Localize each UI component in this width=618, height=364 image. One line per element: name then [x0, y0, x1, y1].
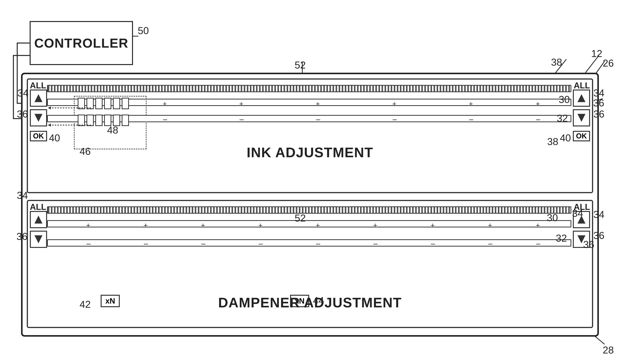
tick-minus-2: − — [163, 115, 168, 125]
svg-marker-18 — [34, 94, 42, 102]
ref-28: 28 — [603, 344, 614, 356]
tick-minus-3: − — [239, 115, 244, 125]
ref-34-ink-left: 34 — [17, 87, 28, 99]
ref-32-damp: 32 — [556, 232, 567, 244]
ref-36-damp-right: 36 — [593, 230, 605, 241]
damp-down-btn-left[interactable] — [30, 231, 47, 248]
damp-tick-plus-6: + — [373, 221, 377, 230]
controller-box: CONTROLLER — [30, 21, 133, 65]
svg-marker-23 — [34, 235, 42, 243]
ref-36-ink-right: 36 — [593, 108, 605, 120]
ref-40-left: 40 — [49, 132, 60, 144]
thumb-6[interactable] — [122, 98, 129, 109]
damp-tick-plus-4: + — [258, 221, 263, 230]
diagram: CONTROLLER 50 48 — [0, 0, 618, 364]
tick-plus-6: + — [469, 100, 473, 108]
svg-marker-20 — [578, 94, 585, 102]
damp-tick-plus-9: + — [536, 221, 540, 230]
tick-plus-7: + — [536, 100, 540, 108]
thumb-5[interactable] — [113, 98, 120, 109]
tick-minus-4: − — [316, 115, 321, 125]
tick-minus-7: − — [536, 115, 541, 125]
ref-40-right: 40 — [560, 132, 571, 144]
damp-tick-plus-1: + — [86, 221, 90, 230]
svg-marker-19 — [34, 114, 42, 122]
ref-26: 26 — [603, 57, 614, 69]
ref-38-ink-top: 38 — [551, 56, 562, 68]
ref-34-ink-right: 34 — [593, 87, 605, 99]
ref-36-ink-side: 36 — [593, 97, 604, 109]
damp-upper-track: + + + + + + + + + — [47, 220, 571, 227]
ref-42: 42 — [79, 299, 91, 310]
damp-tick-plus-3: + — [201, 221, 205, 230]
ink-down-btn-left[interactable] — [30, 109, 47, 126]
damp-tick-plus-8: + — [488, 221, 492, 230]
ink-all-label-right: ALL — [574, 81, 590, 90]
damp-lower-track: − − − − − − − − − — [47, 239, 571, 247]
tick-plus-2: + — [163, 100, 167, 108]
ink-panel-label: INK ADJUSTMENT — [247, 145, 373, 160]
thumb-4[interactable] — [104, 98, 111, 109]
ref-38-ink-mid: 38 — [547, 136, 558, 147]
svg-marker-22 — [34, 216, 42, 224]
damp-xn-btn-left[interactable]: xN — [101, 295, 120, 307]
tick-minus-5: − — [392, 115, 397, 125]
ref-30-damp: 30 — [547, 212, 558, 223]
thumb-lower-6[interactable] — [122, 115, 129, 126]
ref-36-ink-left: 36 — [17, 108, 28, 120]
ref-30-ink: 30 — [559, 94, 570, 105]
ref-50-line — [133, 35, 139, 37]
damp-tick-minus-7: − — [431, 239, 435, 249]
tick-minus-6: − — [469, 115, 474, 125]
damp-all-label-left: ALL — [30, 202, 46, 212]
damp-dotted-track — [47, 206, 571, 214]
ref-34-damp-right: 34 — [593, 209, 605, 220]
damp-tick-minus-2: − — [144, 239, 148, 249]
ref-12: 12 — [591, 48, 602, 59]
ref-52-ink: 52 — [295, 59, 306, 71]
dampener-panel-label: DAMPENER ADJUSTMENT — [218, 295, 402, 311]
ink-dotted-track — [47, 85, 571, 92]
ink-up-btn-right[interactable] — [573, 90, 590, 107]
damp-tick-minus-9: − — [536, 239, 541, 249]
ref-36-damp-ext: 36 — [583, 239, 594, 250]
ref-32-ink: 32 — [557, 113, 568, 124]
damp-tick-minus-1: − — [86, 239, 91, 249]
svg-marker-17 — [48, 124, 51, 127]
ink-ok-btn-left[interactable]: OK — [30, 131, 47, 141]
ink-all-label-left: ALL — [30, 81, 46, 90]
ink-panel: + + + + + + + − − − − − − − — [27, 78, 593, 193]
ink-down-btn-right[interactable] — [573, 109, 590, 126]
damp-tick-minus-6: − — [373, 239, 378, 249]
tick-plus-3: + — [239, 100, 243, 108]
ref-50: 50 — [138, 25, 149, 36]
ref-52-damp: 52 — [295, 212, 306, 224]
ink-ok-btn-right[interactable]: OK — [573, 131, 590, 141]
damp-tick-plus-7: + — [431, 221, 435, 230]
tick-plus-4: + — [316, 100, 320, 108]
controller-label: CONTROLLER — [34, 36, 128, 51]
tick-plus-5: + — [392, 100, 396, 108]
ref-34-damp-ext: 34 — [572, 208, 583, 219]
damp-tick-minus-4: − — [258, 239, 263, 249]
ref-36-damp-left: 36 — [16, 231, 27, 242]
ref-46: 46 — [79, 145, 91, 157]
ref-48-arrow: 48 — [107, 124, 118, 136]
dampener-panel: + + + + + + + + + − − − − − − − − − ALL … — [27, 200, 593, 328]
ref-34-damp-left: 34 — [17, 190, 28, 201]
svg-marker-15 — [48, 106, 51, 109]
damp-tick-minus-5: − — [316, 239, 321, 249]
damp-tick-plus-5: + — [316, 221, 320, 230]
svg-marker-21 — [578, 114, 585, 122]
ink-arrow-48 — [47, 99, 97, 135]
ink-up-btn-left[interactable] — [30, 90, 47, 107]
damp-tick-minus-8: − — [488, 239, 493, 249]
damp-tick-plus-2: + — [144, 221, 148, 230]
damp-tick-minus-3: − — [201, 239, 206, 249]
damp-up-btn-left[interactable] — [30, 211, 47, 228]
